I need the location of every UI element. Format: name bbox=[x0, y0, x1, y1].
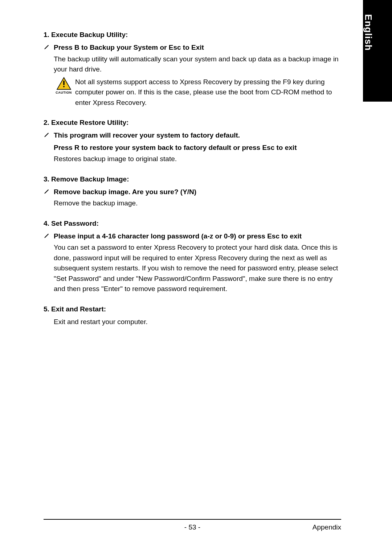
pen-icon bbox=[44, 44, 54, 52]
body-text: The backup utility will automatically sc… bbox=[54, 54, 341, 75]
heading-2: 2. Execute Restore Utility: bbox=[44, 119, 341, 127]
svg-rect-0 bbox=[63, 81, 64, 85]
svg-rect-1 bbox=[63, 86, 64, 87]
bullet-bold-text: Press B to Backup your System or Esc to … bbox=[54, 42, 204, 53]
section-remove-backup: 3. Remove Backup Image: Remove backup im… bbox=[44, 175, 341, 209]
heading-3: 3. Remove Backup Image: bbox=[44, 175, 341, 183]
heading-1: 1. Execute Backup Utility: bbox=[44, 31, 341, 39]
caution-label: CAUTION bbox=[54, 91, 74, 94]
page-content: 1. Execute Backup Utility: Press B to Ba… bbox=[44, 31, 341, 338]
bullet-bold-text: Please input a 4-16 character long passw… bbox=[54, 231, 302, 241]
section-exit-restart: 5. Exit and Restart: Exit and restart yo… bbox=[44, 305, 341, 327]
pen-icon bbox=[44, 188, 54, 196]
language-sidebar: English bbox=[363, 0, 392, 102]
pen-icon bbox=[44, 232, 54, 240]
bullet-row: Press B to Backup your System or Esc to … bbox=[44, 42, 341, 53]
caution-icon: CAUTION bbox=[54, 77, 74, 94]
body-text: Exit and restart your computer. bbox=[54, 317, 341, 327]
bullet-bold-text: This program will recover your system to… bbox=[54, 130, 240, 140]
section-execute-backup: 1. Execute Backup Utility: Press B to Ba… bbox=[44, 31, 341, 108]
page-number: - 53 - bbox=[184, 523, 200, 531]
body-text: You can set a password to enter Xpress R… bbox=[54, 242, 341, 294]
section-set-password: 4. Set Password: Please input a 4-16 cha… bbox=[44, 220, 341, 294]
caution-block: CAUTION Not all systems support access t… bbox=[54, 77, 341, 108]
caution-text: Not all systems support access to Xpress… bbox=[74, 77, 341, 108]
body-text: Remove the backup image. bbox=[54, 198, 341, 209]
heading-4: 4. Set Password: bbox=[44, 220, 341, 228]
bullet-bold-text: Remove backup image. Are you sure? (Y/N) bbox=[54, 187, 196, 197]
bullet-bold-text-2: Press R to restore your system back to f… bbox=[54, 143, 341, 153]
language-label: English bbox=[363, 14, 374, 51]
pen-icon bbox=[44, 131, 54, 139]
heading-5: 5. Exit and Restart: bbox=[44, 305, 341, 313]
bullet-row: Remove backup image. Are you sure? (Y/N) bbox=[44, 187, 341, 197]
footer-section-label: Appendix bbox=[313, 523, 341, 531]
page-footer: - 53 - Appendix bbox=[44, 519, 341, 531]
body-text: Restores backup image to original state. bbox=[54, 154, 341, 164]
section-execute-restore: 2. Execute Restore Utility: This program… bbox=[44, 119, 341, 164]
bullet-row: This program will recover your system to… bbox=[44, 130, 341, 140]
bullet-row: Please input a 4-16 character long passw… bbox=[44, 231, 341, 241]
